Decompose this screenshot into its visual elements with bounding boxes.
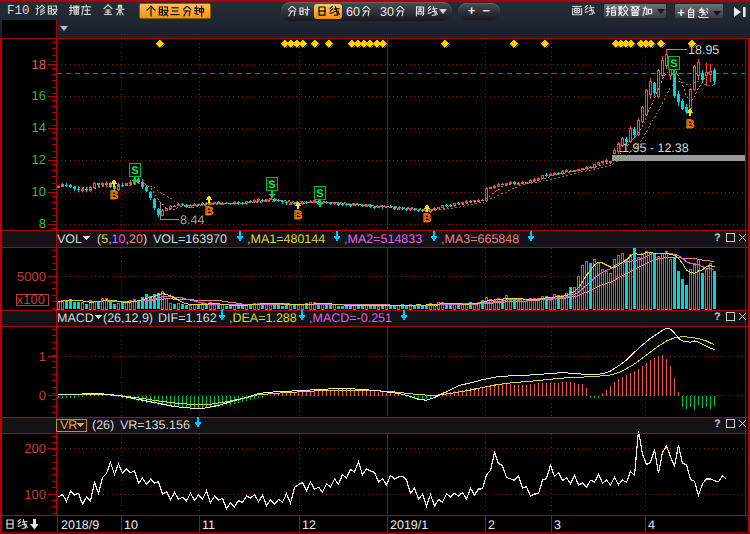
- svg-text:2: 2: [488, 518, 495, 532]
- svg-text:100: 100: [24, 487, 46, 502]
- svg-text:14: 14: [32, 120, 46, 135]
- svg-text:2018/9: 2018/9: [61, 518, 99, 532]
- svg-text:3: 3: [554, 518, 561, 532]
- svg-text:?: ?: [714, 232, 721, 244]
- svg-text:,MA3=665848: ,MA3=665848: [441, 232, 519, 246]
- svg-text:0: 0: [39, 388, 46, 403]
- svg-text:VOL=163970: VOL=163970: [153, 232, 227, 246]
- svg-text:VR: VR: [60, 418, 77, 432]
- svg-text:1: 1: [39, 349, 46, 364]
- svg-text:B: B: [686, 117, 695, 131]
- svg-text:B: B: [205, 204, 214, 218]
- svg-text:B: B: [294, 208, 303, 222]
- svg-text:S: S: [131, 165, 138, 177]
- svg-text:8: 8: [39, 216, 46, 231]
- svg-text:(26,12,9): (26,12,9): [103, 311, 153, 325]
- svg-text:S: S: [268, 179, 275, 191]
- svg-text:10: 10: [32, 184, 46, 199]
- svg-text:?: ?: [714, 418, 721, 430]
- svg-text:200: 200: [24, 441, 46, 456]
- svg-text:B: B: [110, 188, 119, 202]
- svg-text:,MA1=480144: ,MA1=480144: [247, 232, 325, 246]
- svg-text:12: 12: [302, 518, 316, 532]
- svg-text:5000: 5000: [17, 269, 46, 284]
- svg-text:VOL: VOL: [57, 232, 82, 246]
- svg-text:x100: x100: [17, 292, 45, 307]
- svg-text:18: 18: [32, 57, 46, 72]
- svg-text:MACD: MACD: [57, 311, 94, 325]
- svg-text:4: 4: [648, 518, 655, 532]
- svg-text:VR=135.156: VR=135.156: [120, 418, 190, 432]
- svg-text:2019/1: 2019/1: [390, 518, 428, 532]
- svg-text:12: 12: [32, 152, 46, 167]
- svg-text:16: 16: [32, 88, 46, 103]
- svg-text:B: B: [423, 211, 432, 225]
- svg-text:,MA2=514833: ,MA2=514833: [344, 232, 422, 246]
- svg-text:S: S: [316, 188, 323, 200]
- svg-text:(26): (26): [92, 418, 114, 432]
- svg-text:11: 11: [202, 518, 215, 532]
- svg-text:,MACD=-0.251: ,MACD=-0.251: [309, 311, 392, 325]
- svg-text:?: ?: [714, 311, 721, 323]
- svg-text:(5,10,20): (5,10,20): [97, 232, 147, 246]
- svg-text:8.44: 8.44: [180, 213, 204, 227]
- svg-text:,DEA=1.288: ,DEA=1.288: [229, 311, 297, 325]
- svg-text:DIF=1.162: DIF=1.162: [158, 311, 217, 325]
- svg-text:10: 10: [124, 518, 138, 532]
- svg-text:S: S: [670, 58, 677, 70]
